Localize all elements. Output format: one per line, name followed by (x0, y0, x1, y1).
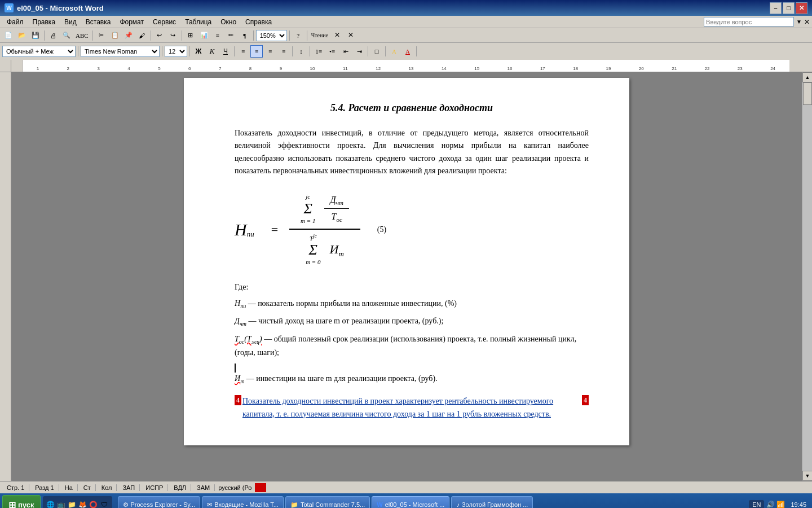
redo-button[interactable]: ↪ (167, 29, 179, 42)
scroll-up-button[interactable]: ▲ (802, 72, 812, 82)
sep1 (44, 30, 45, 41)
app-label-pe: Process Explorer - Sy... (131, 501, 196, 508)
taskbar-app-gramophone[interactable]: ♪ Золотой Граммофон ... (451, 496, 533, 508)
italic-button[interactable]: К (206, 45, 218, 58)
tray-network[interactable]: 🔊 (766, 501, 775, 509)
menu-help[interactable]: Справка (241, 17, 276, 27)
menu-tools[interactable]: Сервис (148, 17, 180, 27)
tray-media[interactable]: 📺 (57, 500, 66, 508)
app-icon-gram: ♪ (456, 501, 460, 508)
menu-table[interactable]: Таблица (180, 17, 216, 27)
scroll-thumb[interactable] (803, 82, 812, 105)
increase-indent-button[interactable]: ⇥ (353, 45, 365, 58)
reading-mode-button[interactable]: Чтение (310, 29, 330, 42)
font-select[interactable]: Times New Roman Arial (81, 46, 160, 57)
menu-window[interactable]: Окно (216, 17, 241, 27)
toolbar-standard: 📄 📂 💾 🖨 🔍 ABC ✂ 📋 📌 🖌 ↩ ↪ ⊞ 📊 ≡ ✏ ¶ 150%… (0, 28, 812, 43)
status-dict-icon[interactable] (255, 483, 266, 492)
close-doc-button2[interactable]: ✕ (345, 29, 357, 42)
zoom-select[interactable]: 150% 100% 75% (256, 30, 287, 41)
tray-volume[interactable]: 📶 (776, 501, 785, 509)
bul-list-button[interactable]: •≡ (326, 45, 338, 58)
menu-format[interactable]: Формат (115, 17, 148, 27)
close-button[interactable]: ✕ (796, 2, 807, 14)
section-title: 5.4. Расчет и сравнение доходности (235, 100, 589, 116)
undo-button[interactable]: ↩ (153, 29, 166, 42)
spellcheck-button[interactable]: ABC (74, 29, 90, 42)
decrease-indent-button[interactable]: ⇤ (339, 45, 352, 58)
cut-button[interactable]: ✂ (95, 29, 108, 42)
open-button[interactable]: 📂 (16, 29, 28, 42)
new-button[interactable]: 📄 (2, 29, 15, 42)
tray-firefox[interactable]: 🦊 (78, 500, 87, 508)
columns-button[interactable]: ≡ (211, 29, 224, 42)
style-select[interactable]: Обычный + Меж (2, 46, 76, 57)
app-icon-pe: ⚙ (123, 501, 129, 509)
scroll-track[interactable] (802, 82, 812, 471)
scroll-down-button[interactable]: ▼ (802, 471, 812, 481)
font-color-button[interactable]: A (401, 45, 414, 58)
taskbar-app-word[interactable]: W el00_05 - Microsoft ... (372, 496, 449, 508)
formula-area: H пи = jc Σ m = 1 Дчт (235, 189, 589, 270)
menu-file[interactable]: Файл (2, 17, 28, 27)
align-right-button[interactable]: ≡ (264, 45, 276, 58)
taskbar-app-process-explorer[interactable]: ⚙ Process Explorer - Sy... (118, 496, 201, 508)
help-arrow[interactable]: ▼ (796, 19, 802, 25)
print-button[interactable]: 🖨 (47, 29, 59, 42)
bold-button[interactable]: Ж (192, 45, 205, 58)
insert-table-button[interactable]: ⊞ (184, 29, 197, 42)
sep-f2 (162, 46, 162, 56)
help-input[interactable] (704, 17, 794, 27)
tray-folder[interactable]: 📁 (68, 500, 77, 508)
tray-extra2[interactable]: 🛡 (100, 500, 109, 508)
taskbar: ⊞ пуск 🌐 📺 📁 🦊 ⭕ 🛡 ⚙ Process Explorer - … (0, 493, 812, 508)
scrollbar-vertical[interactable]: ▲ ▼ (802, 72, 812, 481)
save-button[interactable]: 💾 (29, 29, 42, 42)
drawing-button[interactable]: ✏ (225, 29, 237, 42)
minimize-button[interactable]: – (770, 2, 782, 14)
sep-f5 (292, 46, 293, 56)
maximize-button[interactable]: □ (783, 2, 795, 14)
status-zap: ЗАП (118, 484, 140, 491)
menu-insert[interactable]: Вставка (81, 17, 116, 27)
page-area: 5.4. Расчет и сравнение доходности Показ… (11, 72, 802, 480)
align-center-button[interactable]: ≡ (250, 45, 263, 58)
formula-denominator: Tjc Σ m = 0 Иm (294, 230, 355, 270)
start-button[interactable]: ⊞ пуск (2, 495, 41, 508)
status-page: Стр. 1 (2, 484, 29, 491)
sep2 (92, 30, 93, 41)
insert-excel-button[interactable]: 📊 (198, 29, 210, 42)
highlight-button[interactable]: A (388, 45, 400, 58)
sep-f9 (416, 46, 417, 56)
def-Нпи: Нпи — показатель нормы прибыли на вложен… (235, 297, 589, 311)
tray-extra1[interactable]: ⭕ (89, 500, 98, 508)
highlighted-para-container: 4 Показатель доходности инвестиций в про… (235, 395, 589, 421)
sep6 (289, 30, 290, 41)
help-button[interactable]: ? (292, 29, 304, 42)
align-justify-button[interactable]: ≡ (277, 45, 290, 58)
line-spacing-button[interactable]: ↕ (295, 45, 307, 58)
def-Тос: Тос(Тжц) — общий полезный срок реализаци… (235, 333, 589, 359)
format-paint-button[interactable]: 🖌 (136, 29, 148, 42)
menu-view[interactable]: Вид (60, 17, 81, 27)
border-button[interactable]: □ (370, 45, 383, 58)
formula-numerator: jc Σ m = 1 Дчт Tос (289, 189, 360, 230)
formula-fraction: jc Σ m = 1 Дчт Tос (289, 189, 360, 270)
show-format-button[interactable]: ¶ (239, 29, 251, 42)
print-preview-button[interactable]: 🔍 (60, 29, 73, 42)
align-left-button[interactable]: ≡ (237, 45, 249, 58)
underline-button[interactable]: Ч (219, 45, 232, 58)
taskbar-app-mozilla[interactable]: ✉ Входящие - Mozilla T... (202, 496, 284, 508)
font-size-select[interactable]: 12 10 14 (165, 46, 187, 57)
num-list-button[interactable]: 1≡ (312, 45, 325, 58)
help-close[interactable]: ✕ (804, 18, 810, 26)
def-Иm: Иm — инвестиции на шаге m для реализации… (235, 373, 589, 386)
paste-button[interactable]: 📌 (122, 29, 135, 42)
close-doc-button[interactable]: ✕ (331, 29, 343, 42)
tray-ie[interactable]: 🌐 (46, 500, 55, 508)
sep7 (307, 30, 307, 41)
start-label: пуск (18, 501, 34, 509)
copy-button[interactable]: 📋 (109, 29, 121, 42)
taskbar-app-totalcmd[interactable]: 📁 Total Commander 7.5... (285, 496, 370, 508)
menu-edit[interactable]: Правка (28, 17, 60, 27)
